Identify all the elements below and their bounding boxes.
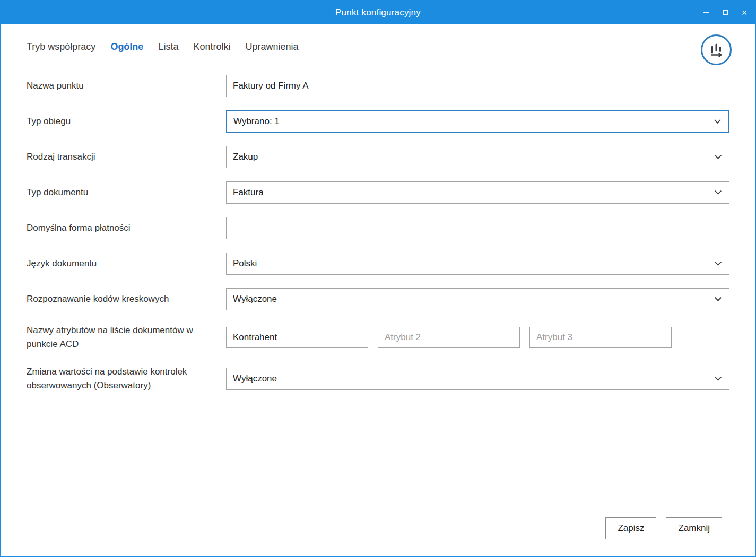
row-typ-dokumentu: Typ dokumentu Faktura <box>27 181 729 204</box>
dialog-content: Tryb współpracy Ogólne Lista Kontrolki U… <box>1 24 755 393</box>
window-controls: × <box>702 1 749 24</box>
atrybut-1-input[interactable] <box>226 327 368 348</box>
chevron-down-icon <box>715 188 722 195</box>
zmiana-wartosci-value: Wyłączone <box>233 373 710 384</box>
tab-bar: Tryb współpracy Ogólne Lista Kontrolki U… <box>27 38 729 56</box>
row-rodzaj-transakcji: Rodzaj transakcji Zakup <box>27 146 729 168</box>
row-typ-obiegu: Typ obiegu Wybrano: 1 <box>27 110 729 133</box>
rozpoznawanie-kodow-select[interactable]: Wyłączone <box>226 288 729 310</box>
close-button[interactable]: × <box>740 8 749 17</box>
save-button[interactable]: Zapisz <box>605 517 656 539</box>
row-jezyk-dokumentu: Język dokumentu Polski <box>27 253 729 275</box>
minimize-icon <box>703 12 709 13</box>
close-icon: × <box>742 8 748 18</box>
rodzaj-transakcji-label: Rodzaj transakcji <box>27 150 226 164</box>
chevron-down-icon <box>715 259 722 266</box>
domyslna-forma-platnosci-label: Domyślna forma płatności <box>27 221 226 235</box>
attribute-inputs <box>226 327 729 348</box>
tab-uprawnienia[interactable]: Uprawnienia <box>245 41 298 53</box>
rodzaj-transakcji-select[interactable]: Zakup <box>226 146 729 168</box>
domyslna-forma-platnosci-input[interactable] <box>226 217 729 239</box>
row-nazwy-atrybutow: Nazwy atrybutów na liście dokumentów w p… <box>27 324 729 352</box>
typ-obiegu-label: Typ obiegu <box>27 115 226 128</box>
zmiana-wartosci-label: Zmiana wartości na podstawie kontrolek o… <box>27 365 226 393</box>
typ-dokumentu-select[interactable]: Faktura <box>226 181 729 204</box>
atrybut-2-input[interactable] <box>378 327 520 348</box>
tab-kontrolki[interactable]: Kontrolki <box>193 41 230 53</box>
rozpoznawanie-kodow-label: Rozpoznawanie kodów kreskowych <box>27 292 226 306</box>
close-dialog-button[interactable]: Zamknij <box>666 517 722 539</box>
window-title: Punkt konfiguracyjny <box>335 7 421 18</box>
minimize-button[interactable] <box>702 8 710 17</box>
dialog-window: Punkt konfiguracyjny × Tryb współpracy O… <box>0 0 756 557</box>
rodzaj-transakcji-value: Zakup <box>233 152 710 162</box>
chevron-down-icon <box>715 374 722 381</box>
row-nazwa-punktu: Nazwa punktu <box>27 75 729 97</box>
atrybut-3-input[interactable] <box>529 327 672 348</box>
row-rozpoznawanie-kodow: Rozpoznawanie kodów kreskowych Wyłączone <box>27 288 729 310</box>
nazwy-atrybutow-label: Nazwy atrybutów na liście dokumentów w p… <box>27 324 226 352</box>
typ-dokumentu-value: Faktura <box>233 187 710 198</box>
maximize-icon <box>723 10 728 15</box>
nazwa-punktu-input[interactable] <box>226 75 729 97</box>
typ-obiegu-select[interactable]: Wybrano: 1 <box>226 110 729 133</box>
maximize-button[interactable] <box>721 8 729 17</box>
jezyk-dokumentu-value: Polski <box>233 258 710 269</box>
footer-actions: Zapisz Zamknij <box>605 517 722 539</box>
nazwa-punktu-label: Nazwa punktu <box>27 79 226 93</box>
typ-dokumentu-label: Typ dokumentu <box>27 186 226 199</box>
zmiana-wartosci-select[interactable]: Wyłączone <box>226 368 729 390</box>
chevron-down-icon <box>715 294 722 301</box>
row-zmiana-wartosci: Zmiana wartości na podstawie kontrolek o… <box>27 365 729 393</box>
typ-obiegu-value: Wybrano: 1 <box>233 116 710 127</box>
rozpoznawanie-kodow-value: Wyłączone <box>233 294 710 304</box>
jezyk-dokumentu-select[interactable]: Polski <box>226 253 729 275</box>
tab-ogolne[interactable]: Ogólne <box>110 41 143 53</box>
chevron-down-icon <box>715 152 722 159</box>
chevron-down-icon <box>714 117 721 124</box>
tab-lista[interactable]: Lista <box>158 41 178 53</box>
tab-tryb-wspolpracy[interactable]: Tryb współpracy <box>27 41 95 53</box>
row-domyslna-forma-platnosci: Domyślna forma płatności <box>27 217 729 239</box>
titlebar: Punkt konfiguracyjny × <box>1 1 755 24</box>
jezyk-dokumentu-label: Język dokumentu <box>27 257 226 271</box>
